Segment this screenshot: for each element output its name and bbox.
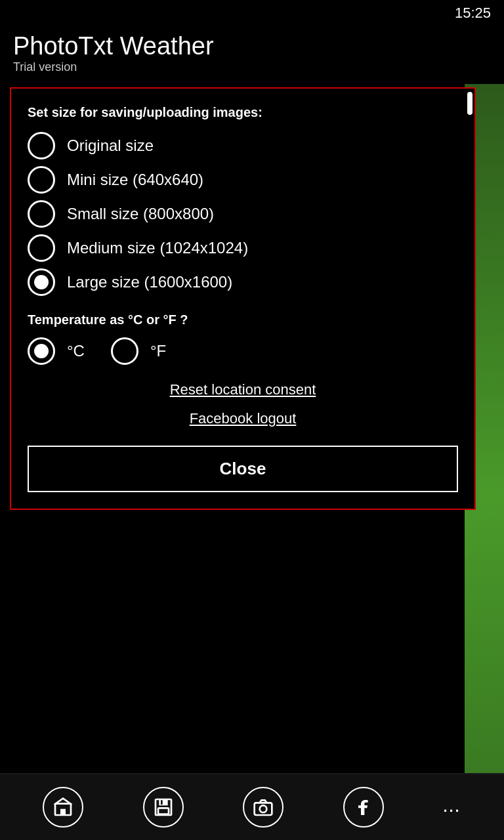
facebook-logout-link[interactable]: Facebook logout xyxy=(190,410,297,427)
radio-item-original[interactable]: Original size xyxy=(28,132,458,159)
facebook-logout-container: Facebook logout xyxy=(28,410,458,427)
radio-circle-large xyxy=(28,268,55,296)
radio-circle-small xyxy=(28,200,55,228)
main-content: Set size for saving/uploading images: Or… xyxy=(0,84,504,773)
radio-circle-mini xyxy=(28,166,55,194)
app-header: PhotoTxt Weather Trial version xyxy=(0,26,504,84)
radio-item-small[interactable]: Small size (800x800) xyxy=(28,200,458,228)
image-size-radio-group: Original size Mini size (640x640) Small … xyxy=(28,132,458,296)
camera-nav-button[interactable] xyxy=(243,787,284,828)
svg-rect-1 xyxy=(60,809,66,815)
svg-rect-5 xyxy=(161,800,163,805)
svg-point-7 xyxy=(260,805,267,812)
radio-label-fahrenheit: °F xyxy=(150,342,166,360)
radio-label-small: Small size (800x800) xyxy=(67,205,214,223)
svg-rect-3 xyxy=(159,799,167,805)
radio-item-fahrenheit[interactable]: °F xyxy=(111,337,166,365)
camera-icon xyxy=(253,797,274,818)
temperature-section: Temperature as °C or °F ? °C °F xyxy=(28,312,458,365)
status-bar: 15:25 xyxy=(0,0,504,26)
radio-circle-medium xyxy=(28,234,55,262)
temperature-options: °C °F xyxy=(28,337,458,365)
temperature-label: Temperature as °C or °F ? xyxy=(28,312,458,327)
close-button[interactable]: Close xyxy=(28,446,458,492)
radio-item-large[interactable]: Large size (1600x1600) xyxy=(28,268,458,296)
facebook-icon xyxy=(353,797,374,818)
app-subtitle: Trial version xyxy=(13,60,491,74)
bottom-nav: ... xyxy=(0,774,504,840)
radio-circle-celsius xyxy=(28,337,55,365)
status-time: 15:25 xyxy=(455,5,491,22)
reset-location-consent-link[interactable]: Reset location consent xyxy=(170,381,316,398)
reset-location-consent-container: Reset location consent xyxy=(28,381,458,398)
save-icon xyxy=(153,797,174,818)
home-nav-button[interactable] xyxy=(43,787,83,828)
settings-dialog: Set size for saving/uploading images: Or… xyxy=(10,87,476,510)
radio-label-mini: Mini size (640x640) xyxy=(67,171,203,189)
home-icon xyxy=(52,797,74,818)
radio-label-medium: Medium size (1024x1024) xyxy=(67,239,248,257)
radio-item-celsius[interactable]: °C xyxy=(28,337,85,365)
radio-item-medium[interactable]: Medium size (1024x1024) xyxy=(28,234,458,262)
scroll-indicator xyxy=(467,92,472,115)
radio-label-celsius: °C xyxy=(67,342,85,360)
image-size-label: Set size for saving/uploading images: xyxy=(28,105,458,120)
more-options[interactable]: ... xyxy=(443,799,461,816)
svg-rect-4 xyxy=(158,808,169,814)
radio-circle-fahrenheit xyxy=(111,337,138,365)
radio-label-large: Large size (1600x1600) xyxy=(67,273,232,291)
radio-circle-original xyxy=(28,132,55,159)
save-nav-button[interactable] xyxy=(143,787,184,828)
app-title: PhotoTxt Weather xyxy=(13,33,491,60)
facebook-nav-button[interactable] xyxy=(343,787,384,828)
radio-item-mini[interactable]: Mini size (640x640) xyxy=(28,166,458,194)
radio-label-original: Original size xyxy=(67,136,154,155)
